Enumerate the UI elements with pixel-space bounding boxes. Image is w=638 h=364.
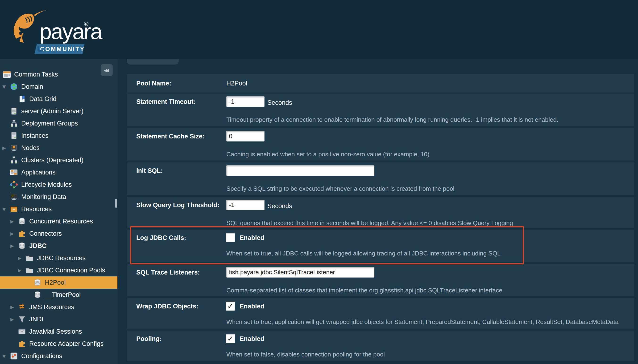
sidebar-item-jdbc-connection-pools[interactable]: ▶JDBC Connection Pools	[0, 264, 117, 276]
sidebar-item-label: server (Admin Server)	[21, 108, 83, 115]
log-jdbc-calls-label: Log JDBC Calls:	[136, 234, 186, 242]
wrap-jdbc-objects-enabled-label: Enabled	[240, 303, 264, 310]
sidebar-item-connectors[interactable]: ▶Connectors	[0, 228, 117, 240]
sidebar-item-label: Clusters (Deprecated)	[21, 156, 83, 164]
collapse-arrow-icon[interactable]: ▶	[10, 243, 18, 248]
sidebar-item-timerpool[interactable]: __TimerPool	[0, 289, 117, 301]
collapse-arrow-icon[interactable]: ▶	[10, 219, 18, 224]
collapse-arrow-icon[interactable]: ▶	[18, 268, 26, 273]
pooling-checkbox[interactable]: ✓	[226, 334, 235, 343]
sidebar-item-configurations[interactable]: ▼Configurations	[0, 350, 117, 362]
monitoring-icon	[10, 193, 18, 201]
collapse-arrow-icon[interactable]: ▶	[10, 231, 18, 236]
resources-box-icon	[10, 205, 18, 213]
sidebar-item-jms-resources[interactable]: ▶JMS Resources	[0, 301, 117, 313]
globe-icon	[10, 83, 18, 91]
sql-trace-listeners-input[interactable]	[226, 267, 374, 278]
collapse-arrow-icon[interactable]: ▶	[2, 145, 10, 150]
sidebar-item-data-grid[interactable]: Data Grid	[0, 93, 117, 105]
community-badge: COMMUNITY	[35, 44, 84, 54]
sidebar-item-label: JDBC Resources	[37, 254, 86, 262]
content-panel: Pool Name:H2PoolStatement Timeout:Second…	[117, 59, 638, 364]
database-icon	[18, 217, 26, 225]
wrap-jdbc-objects-label: Wrap JDBC Objects:	[136, 303, 198, 310]
sidebar-item-domain[interactable]: ▼Domain	[0, 80, 117, 93]
log-jdbc-calls-description: When set to true, all JDBC calls will be…	[226, 250, 501, 257]
folder-icon	[26, 254, 34, 262]
statement-timeout-input[interactable]	[226, 96, 265, 107]
payara-admin-console: payara ® COMMUNITY Common Tasks▼DomainDa…	[0, 0, 638, 364]
sidebar-item-label: Monitoring Data	[21, 193, 66, 200]
log-jdbc-calls-checkbox[interactable]	[226, 233, 235, 242]
statement-timeout-description: Timeout property of a connection to enab…	[226, 116, 558, 123]
sidebar-item-label: Lifecycle Modules	[21, 181, 72, 188]
partial-tab[interactable]	[127, 59, 179, 64]
sidebar-item-applications[interactable]: Applications	[0, 166, 117, 178]
sidebar-item-label: JNDI	[29, 316, 43, 323]
pooling-label: Pooling:	[136, 335, 162, 342]
sidebar-item-label: Connectors	[29, 230, 62, 237]
database-icon	[18, 242, 26, 250]
database-icon	[34, 278, 42, 286]
statement-cache-size-label: Statement Cache Size:	[136, 133, 205, 140]
folder-icon	[26, 266, 34, 274]
slow-query-log-threshold-description: SQL queries that exceed this time in sec…	[226, 220, 513, 227]
sidebar-scrollbar-thumb[interactable]	[115, 199, 117, 208]
sidebar-item-label: Applications	[21, 169, 56, 176]
sidebar-item-resource-adapter-configs[interactable]: Resource Adapter Configs	[0, 338, 117, 350]
expand-arrow-icon[interactable]: ▼	[2, 84, 10, 89]
sidebar-item-concurrent-resources[interactable]: ▶Concurrent Resources	[0, 215, 117, 228]
sidebar-item-label: Configurations	[21, 352, 62, 360]
sidebar-item-nodes[interactable]: ▶Nodes	[0, 142, 117, 154]
form-row-statement-cache-size: Statement Cache Size:Caching is enabled …	[127, 128, 634, 160]
collapse-arrow-icon[interactable]: ▶	[10, 304, 18, 310]
form-row-slow-query-log-threshold: Slow Query Log Threshold:SecondsSQL quer…	[127, 197, 634, 228]
sidebar-item-javamail-sessions[interactable]: JavaMail Sessions	[0, 326, 117, 338]
init-sql-input[interactable]	[226, 165, 374, 176]
sidebar-item-lifecycle-modules[interactable]: Lifecycle Modules	[0, 178, 117, 191]
expand-arrow-icon[interactable]: ▼	[2, 206, 10, 212]
mail-icon	[18, 328, 26, 336]
sidebar-item-label: Concurrent Resources	[29, 218, 93, 225]
sidebar-item-server-admin-server[interactable]: server (Admin Server)	[0, 105, 117, 117]
collapse-arrow-icon[interactable]: ▶	[18, 256, 26, 261]
sidebar-item-jdbc[interactable]: ▶JDBC	[0, 240, 117, 252]
init-sql-description: Specify a SQL string to be executed when…	[226, 185, 454, 192]
navigation-tree: Common Tasks▼DomainData Gridserver (Admi…	[0, 68, 117, 362]
sidebar-item-label: Data Grid	[29, 95, 57, 103]
sidebar-item-label: H2Pool	[45, 279, 66, 286]
deployment-groups-icon	[10, 119, 18, 128]
expand-arrow-icon[interactable]: ▼	[2, 354, 10, 358]
sidebar-item-resources[interactable]: ▼Resources	[0, 203, 117, 215]
statement-cache-size-description: Caching is enabled when set to a positiv…	[226, 151, 429, 158]
sliders-icon	[10, 352, 18, 360]
sql-trace-listeners-description: Comma-separated list of classes that imp…	[226, 287, 502, 294]
wrap-jdbc-objects-checkbox[interactable]: ✓	[226, 302, 235, 310]
form-row-pooling: Pooling:✓EnabledWhen set to false, disab…	[127, 330, 634, 361]
collapse-arrow-icon[interactable]: ▶	[10, 317, 18, 322]
sidebar-item-label: Deployment Groups	[21, 120, 78, 127]
sidebar-item-label: JavaMail Sessions	[29, 328, 82, 335]
sidebar-collapse-button[interactable]: ◀◀	[101, 64, 113, 76]
sidebar-item-jdbc-resources[interactable]: ▶JDBC Resources	[0, 252, 117, 264]
sidebar-item-instances[interactable]: Instances	[0, 130, 117, 142]
puzzle-icon	[18, 230, 26, 238]
registered-mark: ®	[84, 20, 88, 28]
statement-cache-size-input[interactable]	[226, 131, 265, 142]
sidebar-item-h2pool[interactable]: H2Pool	[0, 276, 117, 289]
sidebar-item-jndi[interactable]: ▶JNDI	[0, 313, 117, 326]
sidebar-item-label: Domain	[21, 83, 43, 90]
sidebar-item-deployment-groups[interactable]: Deployment Groups	[0, 117, 117, 130]
slow-query-log-threshold-input[interactable]	[226, 200, 265, 210]
sidebar-item-monitoring-data[interactable]: Monitoring Data	[0, 191, 117, 203]
form-row-sql-trace-listeners: SQL Trace Listeners:Comma-separated list…	[127, 264, 634, 296]
slow-query-log-threshold-label: Slow Query Log Threshold:	[136, 202, 220, 209]
applications-icon	[10, 168, 18, 176]
node-monitor-icon	[10, 144, 18, 152]
sidebar-item-label: Instances	[21, 132, 49, 140]
database-icon	[34, 291, 42, 299]
sidebar-item-common-tasks[interactable]: Common Tasks	[0, 68, 117, 80]
sidebar-item-label: Nodes	[21, 144, 40, 152]
collapse-double-arrow-icon: ◀◀	[104, 68, 107, 73]
sidebar-item-clusters-deprecated[interactable]: Clusters (Deprecated)	[0, 154, 117, 166]
